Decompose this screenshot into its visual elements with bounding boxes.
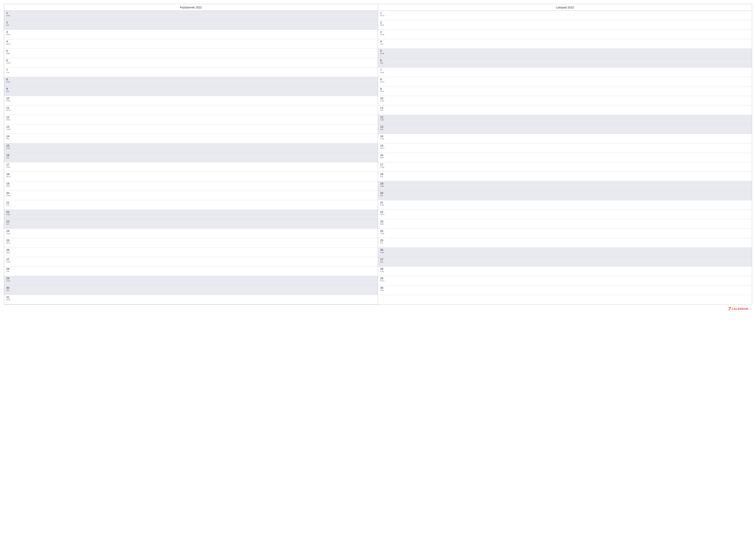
day-number: 26 xyxy=(6,248,11,251)
day-row: 29WTO xyxy=(378,276,752,286)
day-info: 8WTO xyxy=(380,78,385,83)
calendar-grid: Październik 20221SOB2NIE3PON4WTO5ŚRO6CZW… xyxy=(4,4,752,304)
day-number: 3 xyxy=(6,31,11,34)
day-number: 31 xyxy=(6,296,11,299)
day-row: 5ŚRO xyxy=(4,49,378,58)
day-name: PIA xyxy=(380,176,385,178)
day-name: ŚRO xyxy=(6,119,11,121)
month-col-2: Listopad 20221WTO2ŚRO3CZW4PIA5SOB6NIE7PO… xyxy=(378,4,752,304)
day-name: CZW xyxy=(380,100,385,102)
day-name: CZW xyxy=(380,34,385,36)
day-info: 20NIE xyxy=(380,191,385,197)
day-row: 27CZW xyxy=(4,257,378,267)
day-name: NIE xyxy=(6,24,11,26)
day-name: SOB xyxy=(6,280,11,282)
day-info: 3CZW xyxy=(380,31,385,36)
day-row: 6CZW xyxy=(4,58,378,67)
day-number: 24 xyxy=(6,230,11,233)
day-name: NIE xyxy=(6,157,11,159)
day-number: 11 xyxy=(380,106,385,109)
day-name: NIE xyxy=(380,62,385,64)
day-row: 16ŚRO xyxy=(378,153,752,162)
day-number: 3 xyxy=(380,31,385,34)
day-name: PON xyxy=(6,299,11,301)
month-col-1: Październik 20221SOB2NIE3PON4WTO5ŚRO6CZW… xyxy=(4,4,378,304)
day-row: 23NIE xyxy=(4,219,378,229)
day-name: WTO xyxy=(380,15,385,17)
day-info: 24PON xyxy=(6,230,11,235)
footer-logo: 7 CALENDAR xyxy=(728,306,748,311)
day-number: 27 xyxy=(380,258,385,261)
day-row: 14PON xyxy=(378,134,752,143)
day-name: PON xyxy=(6,233,11,235)
day-info: 13CZW xyxy=(6,125,11,131)
day-number: 26 xyxy=(380,248,385,251)
day-info: 31PON xyxy=(6,296,11,301)
day-info: 11PIA xyxy=(380,106,385,112)
day-row: 13CZW xyxy=(4,124,378,134)
day-name: WTO xyxy=(6,176,11,178)
day-info: 26SOB xyxy=(380,248,385,254)
day-row: 25PIA xyxy=(378,238,752,248)
day-row: 11PIA xyxy=(378,106,752,115)
day-row: 26SOB xyxy=(378,248,752,257)
day-row: 1WTO xyxy=(378,11,752,20)
day-number: 21 xyxy=(380,201,385,204)
day-row: 27NIE xyxy=(378,257,752,267)
day-number: 12 xyxy=(6,116,11,119)
day-row: 2NIE xyxy=(4,20,378,30)
day-info: 11WTO xyxy=(6,106,11,112)
day-number: 2 xyxy=(6,21,11,24)
day-number: 9 xyxy=(6,88,11,90)
day-row: 18PIA xyxy=(378,172,752,181)
day-name: ŚRO xyxy=(6,185,11,187)
day-name: PIA xyxy=(380,242,385,244)
day-name: SOB xyxy=(380,53,385,55)
day-number: 28 xyxy=(6,267,11,270)
day-number: 4 xyxy=(6,40,11,43)
day-info: 10CZW xyxy=(380,97,385,102)
day-row: 20NIE xyxy=(378,191,752,200)
day-name: WTO xyxy=(380,214,385,216)
day-name: PIA xyxy=(6,72,11,74)
day-number: 12 xyxy=(380,116,385,119)
day-row: 25WTO xyxy=(4,238,378,248)
day-number: 23 xyxy=(380,220,385,223)
day-name: ŚRO xyxy=(380,91,385,92)
day-row: 24PON xyxy=(4,229,378,238)
day-info: 26ŚRO xyxy=(6,248,11,254)
day-row: 21PIA xyxy=(4,200,378,210)
day-row: 26ŚRO xyxy=(4,248,378,257)
day-name: WTO xyxy=(6,242,11,244)
day-number: 15 xyxy=(6,144,11,147)
day-row: 24CZW xyxy=(378,229,752,238)
day-info: 14PIA xyxy=(6,135,11,140)
day-info: 17CZW xyxy=(380,163,385,168)
day-number: 5 xyxy=(380,50,385,53)
day-info: 21PIA xyxy=(6,201,11,206)
day-info: 2ŚRO xyxy=(380,21,385,26)
month-header-2: Listopad 2022 xyxy=(378,4,752,11)
day-number: 6 xyxy=(380,59,385,62)
day-row: 23ŚRO xyxy=(378,219,752,229)
day-info: 23NIE xyxy=(6,220,11,225)
day-name: CZW xyxy=(6,261,11,263)
day-number: 23 xyxy=(6,220,11,223)
month-header-1: Październik 2022 xyxy=(4,4,378,11)
day-name: SOB xyxy=(380,119,385,121)
day-name: NIE xyxy=(6,91,11,92)
day-number: 27 xyxy=(6,258,11,261)
day-row: 10CZW xyxy=(378,96,752,106)
day-number: 5 xyxy=(6,50,11,53)
day-info: 5SOB xyxy=(380,50,385,55)
day-number: 10 xyxy=(6,97,11,100)
day-info: 7PIA xyxy=(6,68,11,74)
day-name: PIA xyxy=(380,110,385,112)
day-name: NIE xyxy=(380,129,385,131)
day-name: NIE xyxy=(6,223,11,225)
day-name: WTO xyxy=(6,43,11,45)
day-row: 31PON xyxy=(4,295,378,304)
day-info: 27CZW xyxy=(6,258,11,263)
day-name: SOB xyxy=(380,185,385,187)
day-number: 18 xyxy=(6,173,11,176)
